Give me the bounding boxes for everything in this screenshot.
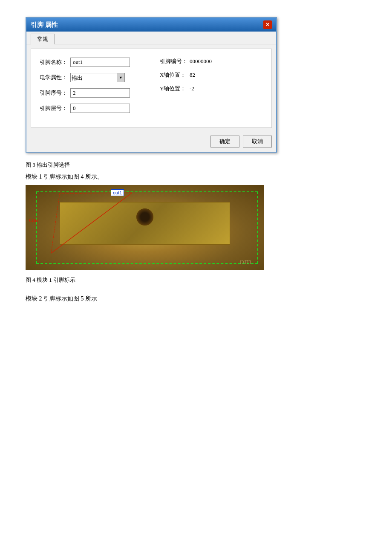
layer-input[interactable]: [70, 104, 130, 113]
confirm-button[interactable]: 确定: [210, 136, 239, 147]
out1-label: out1: [111, 189, 124, 196]
watermark: om: [239, 256, 251, 267]
fig3-caption: 图 3 输出引脚选择: [26, 161, 366, 169]
fig3-desc: 模块 1 引脚标示如图 4 所示。: [26, 173, 366, 181]
sequence-input[interactable]: [70, 88, 130, 98]
pcb-red-lines: [26, 185, 264, 270]
sequence-row: 引脚序号：: [40, 88, 143, 98]
close-icon: ✕: [265, 22, 270, 28]
fig4-caption: 图 4 模块 1 引脚标示: [26, 276, 366, 284]
pin-number-row: 引脚编号： 00000000: [160, 58, 263, 65]
pcb-background: out1 Gm om: [26, 185, 264, 270]
electrical-row: 电学属性： 输出 输入 双向 ▼: [40, 73, 143, 82]
dialog-body: 引脚名称： 电学属性： 输出 输入 双向: [31, 49, 272, 128]
y-pos-value: -2: [190, 85, 194, 92]
pin-number-label: 引脚编号：: [160, 58, 190, 65]
electrical-select-wrapper: 输出 输入 双向 ▼: [70, 73, 125, 82]
pin-name-label: 引脚名称：: [40, 58, 70, 66]
layer-label: 引脚层号：: [40, 104, 70, 112]
x-pos-row: X轴位置： 82: [160, 71, 263, 79]
dialog-title: 引脚 属性: [31, 21, 58, 29]
pin-number-value: 00000000: [190, 58, 212, 65]
pin-name-row: 引脚名称：: [40, 58, 143, 67]
tab-general[interactable]: 常规: [31, 34, 55, 44]
y-pos-label: Y轴位置：: [160, 85, 190, 92]
dialog-footer: 确定 取消: [26, 132, 276, 152]
fig5-desc: 模块 2 引脚标示如图 5 所示: [26, 295, 366, 303]
form-right: 引脚编号： 00000000 X轴位置： 82 Y轴位置： -2: [151, 58, 263, 119]
gm-label: Gm: [29, 217, 38, 224]
form-left: 引脚名称： 电学属性： 输出 输入 双向: [40, 58, 151, 119]
form-grid: 引脚名称： 电学属性： 输出 输入 双向: [40, 58, 263, 119]
dialog-titlebar: 引脚 属性 ✕: [26, 18, 276, 32]
layer-row: 引脚层号：: [40, 104, 143, 113]
electrical-label: 电学属性：: [40, 74, 70, 81]
x-pos-label: X轴位置：: [160, 71, 190, 79]
y-pos-row: Y轴位置： -2: [160, 85, 263, 92]
x-pos-value: 82: [190, 72, 195, 78]
svg-line-1: [51, 194, 60, 253]
cancel-button[interactable]: 取消: [243, 136, 272, 147]
svg-line-0: [51, 193, 132, 253]
pin-properties-dialog: 引脚 属性 ✕ 常规 引脚名称：: [26, 17, 277, 153]
fig4-image: out1 Gm om: [26, 185, 264, 270]
sequence-label: 引脚序号：: [40, 89, 70, 97]
select-arrow-icon[interactable]: ▼: [117, 73, 125, 82]
dialog-tabs: 常规: [26, 32, 276, 44]
electrical-select[interactable]: 输出 输入 双向: [70, 73, 117, 82]
pin-name-input[interactable]: [70, 58, 130, 67]
close-button[interactable]: ✕: [263, 20, 272, 29]
